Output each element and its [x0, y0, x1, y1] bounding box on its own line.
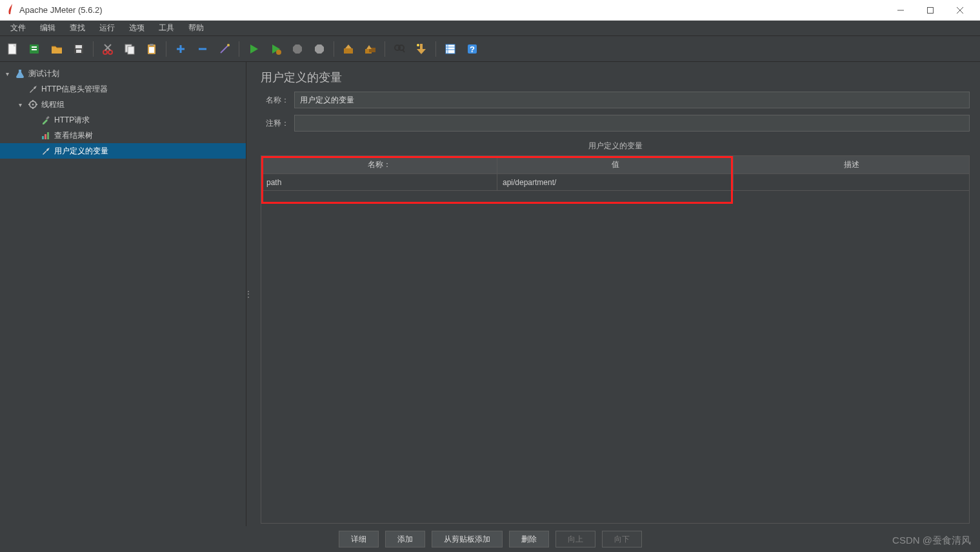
- th-desc[interactable]: 描述: [734, 156, 969, 174]
- field-comment-row: 注释：: [261, 115, 970, 132]
- cell-desc[interactable]: [734, 174, 969, 191]
- svg-point-47: [32, 104, 34, 106]
- svg-marker-30: [315, 44, 324, 54]
- svg-marker-26: [250, 44, 258, 54]
- svg-rect-31: [344, 48, 353, 54]
- comment-input[interactable]: [294, 115, 970, 132]
- th-value[interactable]: 值: [497, 156, 734, 174]
- table-body[interactable]: path api/department/: [261, 174, 969, 523]
- maximize-button[interactable]: [915, 0, 945, 20]
- section-label: 用户定义的变量: [261, 141, 970, 152]
- tree-item-label: HTTP信息头管理器: [41, 84, 108, 95]
- move-up-button[interactable]: 向上: [555, 531, 595, 547]
- svg-rect-7: [32, 46, 37, 48]
- svg-point-12: [103, 50, 107, 54]
- copy-icon[interactable]: [121, 40, 139, 58]
- open-template-icon[interactable]: [26, 40, 44, 58]
- svg-rect-54: [45, 134, 46, 139]
- menu-tools[interactable]: 工具: [152, 21, 181, 35]
- play-icon[interactable]: [245, 40, 263, 58]
- tree-item-label: 线程组: [41, 99, 65, 110]
- detail-button[interactable]: 详细: [339, 531, 379, 547]
- comment-label: 注释：: [261, 118, 289, 129]
- cell-value[interactable]: api/department/: [497, 174, 734, 191]
- move-down-button[interactable]: 向下: [602, 531, 642, 547]
- svg-rect-11: [76, 50, 81, 53]
- name-label: 名称：: [261, 95, 289, 106]
- wand-icon[interactable]: [215, 40, 234, 58]
- svg-text:?: ?: [470, 44, 475, 54]
- toolbar-separator: [166, 41, 166, 57]
- tree-toggle-icon[interactable]: ▾: [15, 101, 25, 108]
- svg-line-24: [221, 45, 228, 53]
- delete-button[interactable]: 删除: [509, 531, 549, 547]
- toggle-icon[interactable]: [441, 40, 459, 58]
- help-icon[interactable]: ?: [463, 40, 481, 58]
- new-file-icon[interactable]: [4, 40, 22, 58]
- svg-point-39: [417, 44, 419, 46]
- svg-point-13: [108, 50, 112, 54]
- tree-item-http-header-mgr[interactable]: HTTP信息头管理器: [0, 81, 246, 97]
- dropper-icon: [40, 115, 52, 124]
- stop-icon[interactable]: [288, 40, 306, 58]
- svg-point-25: [227, 44, 230, 46]
- close-button[interactable]: [945, 0, 975, 20]
- function-icon[interactable]: [412, 40, 430, 58]
- svg-rect-19: [150, 44, 154, 46]
- menu-help[interactable]: 帮助: [182, 21, 210, 35]
- paste-icon[interactable]: [143, 40, 161, 58]
- find-icon[interactable]: [390, 40, 408, 58]
- svg-marker-29: [293, 44, 302, 54]
- svg-marker-38: [417, 49, 426, 54]
- save-icon[interactable]: [70, 40, 88, 58]
- tree-item-thread-group[interactable]: ▾ 线程组: [0, 97, 246, 112]
- minimize-button[interactable]: [886, 0, 915, 20]
- open-folder-icon[interactable]: [48, 40, 66, 58]
- chart-icon: [40, 131, 52, 140]
- window-controls: [886, 0, 975, 20]
- svg-rect-1: [928, 7, 934, 13]
- tree-item-http-request[interactable]: HTTP请求: [0, 112, 246, 128]
- remove-icon[interactable]: [194, 40, 212, 58]
- add-from-clipboard-button[interactable]: 从剪贴板添加: [432, 531, 503, 547]
- content-pane: 用户定义的变量 名称： 注释： 用户定义的变量 名称： 值 描述 path ap…: [250, 62, 980, 526]
- tree-item-user-defined-vars[interactable]: 用户定义的变量: [0, 143, 246, 159]
- menu-file[interactable]: 文件: [4, 21, 32, 35]
- tree-item-test-plan[interactable]: ▾ 测试计划: [0, 66, 246, 81]
- name-input[interactable]: [294, 92, 970, 108]
- menu-run[interactable]: 运行: [93, 21, 121, 35]
- svg-rect-55: [47, 132, 49, 139]
- menu-edit[interactable]: 编辑: [34, 21, 62, 35]
- app-icon: [5, 3, 14, 17]
- menu-options[interactable]: 选项: [123, 21, 151, 35]
- add-button[interactable]: 添加: [385, 531, 425, 547]
- shutdown-icon[interactable]: [310, 40, 328, 58]
- cut-icon[interactable]: [99, 40, 117, 58]
- window-titlebar: Apache JMeter (5.6.2): [0, 0, 980, 21]
- svg-rect-10: [75, 45, 82, 48]
- tree-toggle-icon[interactable]: ▾: [3, 70, 12, 77]
- clear-one-icon[interactable]: [339, 40, 357, 58]
- gear-icon: [27, 100, 39, 109]
- tree-item-label: HTTP请求: [54, 115, 90, 126]
- cell-name[interactable]: path: [261, 174, 497, 191]
- svg-point-28: [276, 50, 281, 55]
- svg-rect-8: [32, 49, 37, 50]
- window-title: Apache JMeter (5.6.2): [19, 5, 886, 15]
- svg-rect-40: [446, 44, 455, 54]
- table-header: 名称： 值 描述: [261, 156, 969, 174]
- tree-item-label: 用户定义的变量: [54, 146, 108, 157]
- wrench-icon: [27, 84, 39, 94]
- panel-title: 用户定义的变量: [261, 70, 970, 85]
- menu-search[interactable]: 查找: [63, 21, 92, 35]
- clear-all-icon[interactable]: [361, 40, 379, 58]
- th-name[interactable]: 名称：: [261, 156, 497, 174]
- vars-table[interactable]: 名称： 值 描述 path api/department/: [261, 155, 970, 524]
- tree-item-view-results-tree[interactable]: 查看结果树: [0, 128, 246, 143]
- play-no-timer-icon[interactable]: [266, 40, 285, 58]
- add-icon[interactable]: [172, 40, 190, 58]
- table-row[interactable]: path api/department/: [261, 174, 969, 191]
- tree-pane[interactable]: ▾ 测试计划 HTTP信息头管理器 ▾ 线程组 HTTP请求 查看结果树 用: [0, 62, 246, 526]
- toolbar-separator: [239, 41, 239, 57]
- svg-rect-52: [46, 116, 50, 120]
